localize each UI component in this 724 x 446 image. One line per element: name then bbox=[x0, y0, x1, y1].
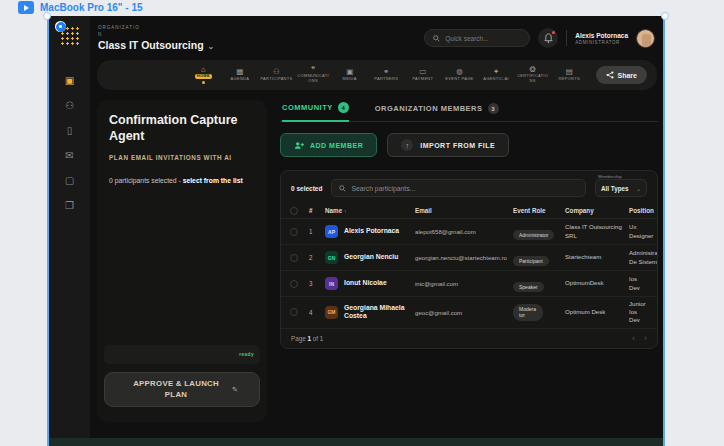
event-role-badge: Moderator bbox=[513, 303, 565, 321]
membership-filter-select[interactable]: All Types ⌄ bbox=[595, 179, 647, 197]
table-row[interactable]: 1 AP Alexis Potornaca alepot658@gmail.co… bbox=[281, 219, 657, 245]
prev-page-button[interactable]: ‹ bbox=[632, 334, 635, 343]
nav-item-participants[interactable]: ⚇ PARTICIPANTS bbox=[258, 68, 295, 81]
nav-item-certifications[interactable]: ❂ CERTIFICATIONS bbox=[514, 66, 551, 84]
chevron-down-icon: ⌄ bbox=[636, 185, 641, 192]
nav-item-media[interactable]: ▣ MEDIA bbox=[331, 68, 368, 81]
col-email: Email bbox=[415, 207, 513, 214]
mobile-icon[interactable]: ▯ bbox=[67, 126, 73, 136]
row-checkbox[interactable] bbox=[290, 254, 298, 262]
event-role-badge: Participant bbox=[513, 249, 565, 267]
user-menu[interactable]: Alexis Potornaca ADMINISTRATOR bbox=[575, 32, 628, 45]
participant-name: Georgian Nenciu bbox=[344, 253, 398, 262]
tabs-row: COMMUNITY 4 ORGANIZATION MEMBERS 3 bbox=[280, 102, 658, 122]
agent-status-bar: ready bbox=[104, 345, 260, 364]
display-icon[interactable]: ▢ bbox=[65, 176, 74, 186]
partners-icon: ⚭ bbox=[383, 68, 389, 76]
share-button[interactable]: Share bbox=[596, 66, 647, 84]
quick-search-input[interactable]: Quick search... bbox=[424, 29, 530, 47]
row-checkbox[interactable] bbox=[290, 228, 298, 236]
avatar: AP bbox=[325, 225, 338, 238]
notifications-button[interactable] bbox=[538, 28, 558, 48]
bookmark-icon[interactable]: ❐ bbox=[65, 201, 74, 211]
bottom-banner bbox=[49, 438, 663, 446]
participant-position: Administrator De Sistem bbox=[629, 249, 658, 265]
pagination-text: Page 1 of 1 bbox=[291, 335, 323, 342]
participant-email: inic@gmail.com bbox=[415, 280, 513, 287]
col-number: # bbox=[309, 207, 325, 214]
participants-search-input[interactable]: Search participants... bbox=[331, 179, 586, 197]
table-header-row: # Name ↑ Email Event Role Company Positi… bbox=[281, 203, 657, 219]
search-icon bbox=[339, 185, 346, 192]
communications-icon: ❞ bbox=[311, 66, 315, 74]
avatar: GM bbox=[325, 306, 338, 319]
participant-company: Startechteam bbox=[565, 253, 629, 261]
nav-item-communications[interactable]: ❞ COMMUNICATIONS bbox=[295, 66, 332, 84]
agentic-ai-icon: ✦ bbox=[493, 68, 499, 76]
nav-item-payment[interactable]: ▭ PAYMENT bbox=[405, 68, 442, 81]
org-name[interactable]: Class IT Outsourcing⌄ bbox=[98, 39, 208, 51]
community-count-badge: 4 bbox=[338, 102, 349, 113]
bell-icon bbox=[544, 33, 553, 43]
table-row[interactable]: 2 GN Georgian Nenciu georgian.nenciu@sta… bbox=[281, 245, 657, 271]
table-body: 1 AP Alexis Potornaca alepot658@gmail.co… bbox=[281, 219, 657, 328]
nav-item-partners[interactable]: ⚭ PARTNERS bbox=[368, 68, 405, 81]
next-page-button[interactable]: › bbox=[644, 334, 647, 343]
add-member-button[interactable]: ADD MEMBER bbox=[280, 133, 377, 157]
topbar: ORGANIZATION Class IT Outsourcing⌄ Quick… bbox=[90, 16, 663, 60]
nav-item-event-page[interactable]: ◍ EVENT PAGE bbox=[441, 68, 478, 81]
payment-icon: ▭ bbox=[419, 68, 426, 76]
import-from-file-button[interactable]: ↑ IMPORT FROM FILE bbox=[387, 133, 509, 157]
community-icon[interactable]: ⚇ bbox=[65, 101, 74, 111]
agent-status-text: ready bbox=[239, 352, 254, 357]
select-all-checkbox[interactable] bbox=[290, 207, 298, 215]
row-checkbox[interactable] bbox=[290, 280, 298, 288]
add-member-label: ADD MEMBER bbox=[310, 142, 363, 149]
divider bbox=[566, 30, 567, 46]
org-label: ORGANIZATION bbox=[98, 25, 142, 38]
agent-subtitle: PLAN EMAIL INVITATIONS WITH AI bbox=[109, 154, 255, 161]
approve-launch-plan-button[interactable]: APPROVE & LAUNCH PLAN ✎ bbox=[104, 372, 260, 407]
col-position: Position bbox=[629, 207, 654, 214]
component-marker-icon[interactable] bbox=[55, 21, 66, 32]
agent-title: Confirmation Capture Agent bbox=[109, 112, 249, 145]
participant-name: Ionut Nicolae bbox=[344, 279, 387, 288]
reports-icon: ▤ bbox=[566, 68, 573, 76]
main-content: COMMUNITY 4 ORGANIZATION MEMBERS 3 ADD M… bbox=[280, 102, 658, 349]
col-name[interactable]: Name ↑ bbox=[325, 207, 415, 214]
table-row[interactable]: 3 IN Ionut Nicolae inic@gmail.com Speake… bbox=[281, 271, 657, 297]
participant-position: Junior Ios Dev bbox=[629, 300, 651, 325]
share-label: Share bbox=[618, 72, 637, 79]
selection-handle-top-left[interactable] bbox=[43, 12, 51, 20]
avatar[interactable] bbox=[636, 29, 655, 48]
participant-email: georgian.nenciu@startechteam.ro bbox=[415, 254, 513, 261]
participant-company: Optimum Desk bbox=[565, 308, 629, 316]
participants-icon: ⚇ bbox=[273, 68, 280, 76]
row-checkbox[interactable] bbox=[290, 308, 298, 316]
participant-position: Ux Designer bbox=[629, 223, 658, 239]
main-navbar: ⌂ HOME ▦ AGENDA ⚇ PARTICIPANTS ❞ COMMUNI… bbox=[97, 60, 657, 90]
search-icon bbox=[433, 35, 440, 42]
billboard-icon[interactable]: ▣ bbox=[65, 76, 74, 86]
selection-handle-top-right[interactable] bbox=[661, 12, 669, 20]
app-window: ▣⚇▯✉▢❐ ORGANIZATION Class IT Outsourcing… bbox=[47, 16, 665, 446]
tab-organization-members[interactable]: ORGANIZATION MEMBERS 3 bbox=[375, 103, 499, 121]
mail-icon[interactable]: ✉ bbox=[65, 151, 73, 161]
table-row[interactable]: 4 GM Georgiana Mihaela Costea geoc@gmail… bbox=[281, 297, 657, 328]
nav-item-agenda[interactable]: ▦ AGENDA bbox=[222, 68, 259, 81]
nav-item-reports[interactable]: ▤ REPORTS bbox=[551, 68, 588, 81]
nav-item-agentic-ai[interactable]: ✦ AGENTIC.AI bbox=[478, 68, 515, 81]
agent-selection-hint: 0 participants selected - select from th… bbox=[109, 177, 255, 184]
sidebar: ▣⚇▯✉▢❐ bbox=[49, 16, 90, 446]
participant-email: alepot658@gmail.com bbox=[415, 228, 513, 235]
media-icon: ▣ bbox=[346, 68, 353, 76]
org-switcher[interactable]: ORGANIZATION Class IT Outsourcing⌄ bbox=[98, 25, 208, 51]
tab-community[interactable]: COMMUNITY 4 bbox=[282, 102, 349, 122]
agent-panel: Confirmation Capture Agent PLAN EMAIL IN… bbox=[97, 100, 267, 422]
nav-item-home[interactable]: ⌂ HOME bbox=[185, 66, 222, 84]
event-role-badge: Administrator bbox=[513, 223, 565, 241]
participants-search-placeholder: Search participants... bbox=[351, 185, 415, 192]
play-icon[interactable] bbox=[18, 1, 34, 14]
quick-search-placeholder: Quick search... bbox=[445, 35, 488, 42]
home-icon: ⌂ bbox=[201, 66, 206, 74]
